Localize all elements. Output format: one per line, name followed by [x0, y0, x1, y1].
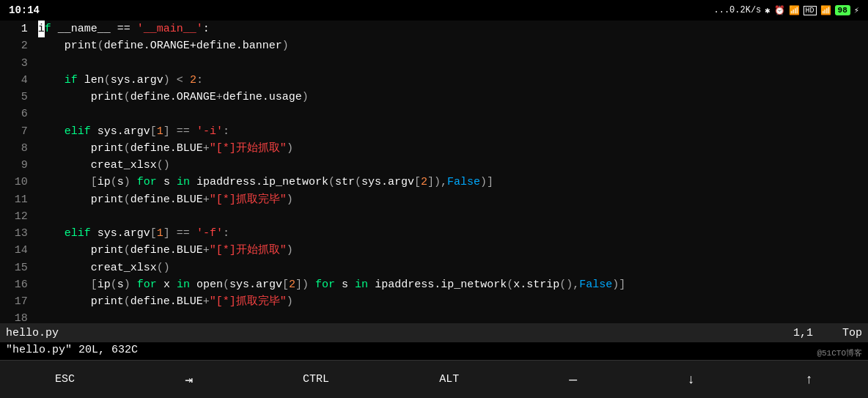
- line-number: 12: [0, 208, 35, 225]
- line-content: [35, 55, 868, 72]
- hd-icon: HD: [803, 6, 817, 15]
- line-number: 9: [0, 157, 35, 174]
- code-table: 1 if __name__ == '__main__': 2 print(def…: [0, 21, 868, 323]
- table-row: 13 elif sys.argv[1] == '-f':: [0, 225, 868, 242]
- line-number: 14: [0, 242, 35, 259]
- table-row: 7 elif sys.argv[1] == '-i':: [0, 123, 868, 140]
- line-content: [35, 106, 868, 122]
- signal-icon: 📶: [789, 5, 800, 16]
- arrow-down-button[interactable]: ↓: [675, 369, 707, 390]
- table-row: 9 creat_xlsx(): [0, 157, 868, 174]
- vim-message-line: "hello.py" 20L, 632C: [0, 342, 868, 360]
- alt-label: ALT: [439, 373, 459, 386]
- tab-icon: ⇥: [185, 372, 193, 388]
- line-number: 18: [0, 310, 35, 323]
- line-content: if len(sys.argv) < 2:: [35, 72, 868, 89]
- line-number: 7: [0, 123, 35, 140]
- line-content: if __name__ == '__main__':: [35, 21, 868, 37]
- line-number: 8: [0, 140, 35, 157]
- esc-button[interactable]: ESC: [43, 370, 87, 388]
- code-editor[interactable]: 1 if __name__ == '__main__': 2 print(def…: [0, 21, 868, 323]
- vim-statusline: hello.py 1,1 Top: [0, 323, 868, 342]
- cursor: i: [38, 21, 45, 37]
- line-content: [35, 310, 868, 323]
- table-row: 18: [0, 310, 868, 323]
- table-row: 5 print(define.ORANGE+define.usage): [0, 89, 868, 106]
- line-content: elif sys.argv[1] == '-f':: [35, 225, 868, 242]
- line-number: 13: [0, 225, 35, 242]
- table-row: 6: [0, 106, 868, 122]
- line-number: 15: [0, 259, 35, 276]
- table-row: 1 if __name__ == '__main__':: [0, 21, 868, 37]
- line-content: print(define.BLUE+"[*]抓取完毕"): [35, 293, 868, 310]
- line-number: 6: [0, 106, 35, 122]
- dash-icon: —: [569, 372, 577, 387]
- line-number: 11: [0, 191, 35, 208]
- line-number: 4: [0, 72, 35, 89]
- battery-indicator: 98: [835, 5, 850, 15]
- table-row: 16 [ip(s) for x in open(sys.argv[2]) for…: [0, 276, 868, 293]
- vim-scroll-position: Top: [842, 327, 862, 339]
- arrow-up-icon: ↑: [805, 372, 813, 387]
- vim-position-group: 1,1 Top: [793, 327, 862, 339]
- line-content: elif sys.argv[1] == '-i':: [35, 123, 868, 140]
- keyboard-toolbar: ESC ⇥ CTRL ALT — ↓ ↑: [0, 360, 868, 398]
- line-content: print(define.ORANGE+define.banner): [35, 37, 868, 54]
- line-content: [ip(s) for x in open(sys.argv[2]) for s …: [35, 276, 868, 293]
- line-number: 1: [0, 21, 35, 37]
- line-content: [ip(s) for s in ipaddress.ip_network(str…: [35, 174, 868, 191]
- table-row: 11 print(define.BLUE+"[*]抓取完毕"): [0, 191, 868, 208]
- tab-button[interactable]: ⇥: [173, 369, 205, 391]
- line-content: print(define.ORANGE+define.usage): [35, 89, 868, 106]
- arrow-down-icon: ↓: [687, 372, 695, 387]
- table-row: 10 [ip(s) for s in ipaddress.ip_network(…: [0, 174, 868, 191]
- arrow-up-button[interactable]: ↑: [793, 369, 825, 390]
- line-number: 10: [0, 174, 35, 191]
- bluetooth-icon: ✱: [765, 5, 770, 16]
- vim-filename: hello.py: [6, 327, 59, 339]
- wifi-icon: 📶: [820, 5, 831, 16]
- line-content: print(define.BLUE+"[*]抓取完毕"): [35, 191, 868, 208]
- status-bar: 10:14 ...0.2K/s ✱ ⏰ 📶 HD 📶 98 ⚡: [0, 0, 868, 21]
- alt-button[interactable]: ALT: [427, 370, 471, 388]
- table-row: 15 creat_xlsx(): [0, 259, 868, 276]
- vim-cursor-position: 1,1: [793, 327, 813, 339]
- network-speed: ...0.2K/s: [714, 5, 762, 15]
- table-row: 12: [0, 208, 868, 225]
- attribution-text: @51CTO博客: [817, 347, 862, 358]
- table-row: 3: [0, 55, 868, 72]
- status-icons: ...0.2K/s ✱ ⏰ 📶 HD 📶 98 ⚡: [714, 5, 860, 16]
- line-number: 5: [0, 89, 35, 106]
- table-row: 4 if len(sys.argv) < 2:: [0, 72, 868, 89]
- dash-button[interactable]: —: [557, 369, 589, 390]
- table-row: 17 print(define.BLUE+"[*]抓取完毕"): [0, 293, 868, 310]
- esc-label: ESC: [55, 373, 75, 386]
- ctrl-label: CTRL: [303, 373, 329, 386]
- line-content: [35, 208, 868, 225]
- line-number: 2: [0, 37, 35, 54]
- line-number: 17: [0, 293, 35, 310]
- line-content: creat_xlsx(): [35, 157, 868, 174]
- line-content: creat_xlsx(): [35, 259, 868, 276]
- line-number: 16: [0, 276, 35, 293]
- time-display: 10:14: [9, 4, 40, 16]
- line-number: 3: [0, 55, 35, 72]
- line-content: print(define.BLUE+"[*]开始抓取"): [35, 242, 868, 259]
- line-content: print(define.BLUE+"[*]开始抓取"): [35, 140, 868, 157]
- clock-icon: ⏰: [774, 5, 785, 16]
- charging-icon: ⚡: [854, 5, 859, 16]
- table-row: 2 print(define.ORANGE+define.banner): [0, 37, 868, 54]
- table-row: 8 print(define.BLUE+"[*]开始抓取"): [0, 140, 868, 157]
- ctrl-button[interactable]: CTRL: [291, 370, 341, 388]
- table-row: 14 print(define.BLUE+"[*]开始抓取"): [0, 242, 868, 259]
- vim-message-text: "hello.py" 20L, 632C: [6, 344, 138, 356]
